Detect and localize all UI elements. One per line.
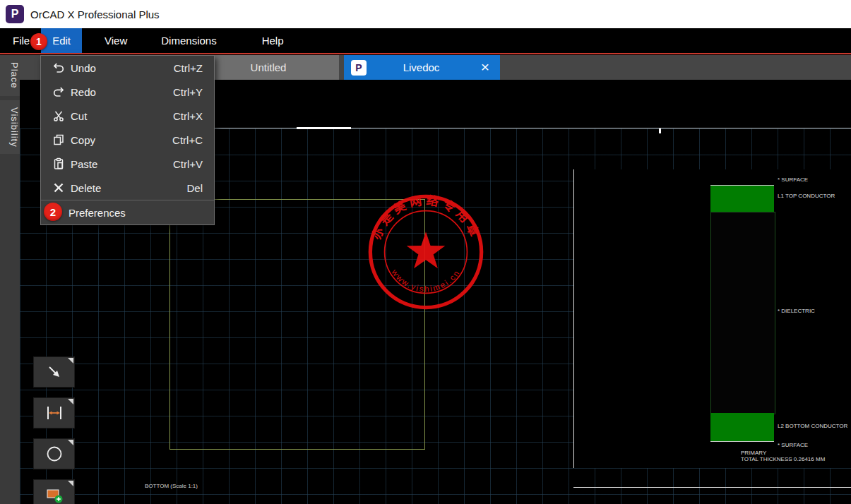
redo-icon [47, 85, 71, 98]
menu-item-redo[interactable]: Redo Ctrl+Y [41, 80, 214, 104]
second-sheet-border [573, 487, 851, 488]
sidebar-item-visibility[interactable]: Visibility [0, 100, 20, 155]
circle-icon [45, 445, 64, 463]
dimension-tool[interactable] [33, 397, 75, 428]
undo-icon [47, 61, 71, 74]
label-dielectric: * DIELECTRIC [778, 308, 815, 314]
step-badge-2: 2 [44, 203, 62, 221]
orcad-logo-icon: P [6, 5, 24, 23]
flyout-triangle-icon [68, 358, 73, 364]
menu-bar: File Edit View Dimensions Help [0, 28, 851, 54]
bottom-scale-label: BOTTOM (Scale 1:1) [145, 483, 198, 489]
copy-icon [47, 133, 71, 146]
shortcut-label: Ctrl+X [173, 110, 214, 122]
layer-stack-panel: * SURFACE L1 TOP CONDUCTOR * DIELECTRIC … [573, 169, 851, 468]
shortcut-label: Ctrl+V [173, 158, 214, 170]
rectangle-add-tool[interactable] [33, 479, 75, 504]
step-badge-1: 1 [30, 33, 47, 50]
tab-untitled[interactable]: Untitled [198, 55, 339, 80]
label-surface-bottom: * SURFACE [778, 443, 808, 448]
label-l2: L2 BOTTOM CONDUCTOR [778, 424, 847, 429]
stamp-star [407, 232, 446, 268]
delete-icon [47, 181, 71, 194]
menu-item-preferences[interactable]: Preferences [41, 200, 214, 224]
circle-tool[interactable] [33, 438, 75, 469]
sheet-border-tick [659, 128, 661, 133]
red-seal-stamp: 亦是美网络专用章 www.yishimei.cn [366, 192, 486, 312]
label-thickness: TOTAL THICKNESS 0.26416 MM [741, 457, 825, 462]
svg-text:www.yishimei.cn: www.yishimei.cn [390, 267, 462, 293]
menu-dimensions[interactable]: Dimensions [150, 28, 227, 53]
shortcut-label: Ctrl+Z [174, 62, 214, 74]
flyout-triangle-icon [68, 399, 73, 404]
shortcut-label: Ctrl+Y [173, 86, 214, 98]
tab-livedoc-label: Livedoc [367, 61, 476, 73]
flyout-triangle-icon [68, 440, 73, 445]
tab-close-icon[interactable]: × [476, 59, 494, 77]
orcad-window: P OrCAD X Professional Plus File Edit Vi… [0, 0, 851, 504]
label-l1: L1 TOP CONDUCTOR [778, 193, 835, 199]
app-title: OrCAD X Professional Plus [30, 8, 160, 20]
edit-dropdown-menu: Undo Ctrl+Z Redo Ctrl+Y Cut Ctrl+X [40, 55, 215, 225]
rectangle-add-icon [45, 486, 64, 504]
shortcut-label: Ctrl+C [172, 134, 214, 146]
select-arrow-icon [45, 363, 64, 381]
menu-item-delete[interactable]: Delete Del [41, 176, 214, 200]
layer-l1-top-conductor [710, 185, 774, 212]
tab-untitled-label: Untitled [251, 61, 287, 73]
sidebar-item-place[interactable]: Place [0, 55, 20, 96]
cut-icon [47, 109, 71, 122]
menu-help[interactable]: Help [251, 28, 295, 53]
tab-livedoc[interactable]: P Livedoc × [344, 55, 500, 80]
menu-item-cut[interactable]: Cut Ctrl+X [41, 104, 214, 128]
sheet-border-highlight [297, 127, 351, 129]
select-arrow-tool[interactable] [33, 356, 75, 388]
label-surface-top: * SURFACE [778, 177, 808, 183]
title-bar: P OrCAD X Professional Plus [0, 0, 851, 28]
shortcut-label: Del [186, 182, 214, 194]
flyout-triangle-icon [68, 481, 73, 486]
stamp-bottom-text: www.yishimei.cn [390, 267, 462, 293]
dimension-icon [45, 404, 64, 422]
menu-item-copy[interactable]: Copy Ctrl+C [41, 128, 214, 152]
layer-dielectric [710, 212, 775, 414]
menu-item-paste[interactable]: Paste Ctrl+V [41, 152, 214, 176]
menu-view[interactable]: View [93, 28, 138, 53]
layer-l2-bottom-conductor [710, 413, 774, 442]
orcad-tab-logo-icon: P [351, 60, 367, 76]
paste-icon [47, 157, 71, 170]
label-primary: PRIMARY [741, 450, 766, 456]
left-sidebar: Place Visibility [0, 55, 20, 504]
menu-item-undo[interactable]: Undo Ctrl+Z [41, 56, 214, 80]
